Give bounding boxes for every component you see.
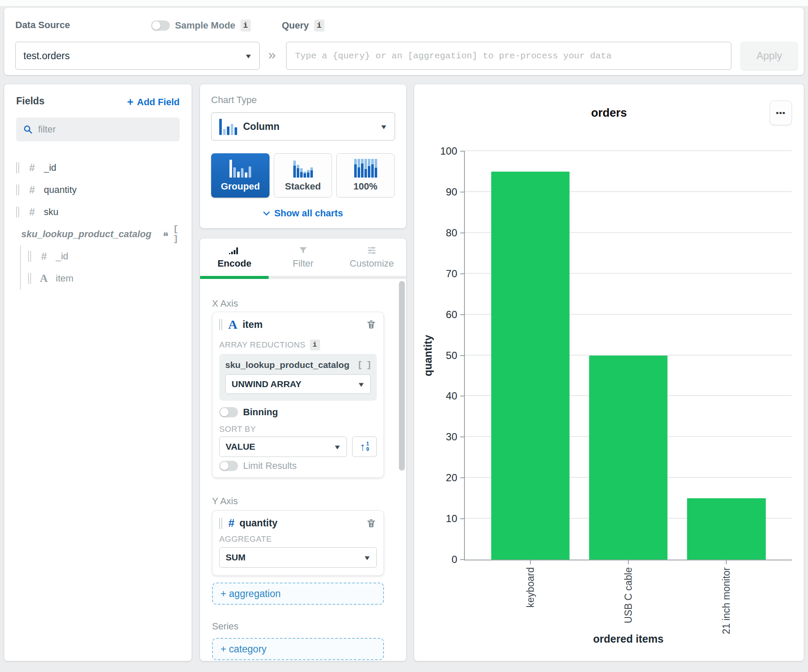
info-icon[interactable]: i xyxy=(241,20,251,32)
tab-label: Customize xyxy=(350,258,394,269)
mode-grouped-button[interactable]: Grouped xyxy=(211,153,269,198)
array-reduction-box: sku_lookup_product_catalog [ ] UNWIND AR… xyxy=(219,354,377,401)
y-tick-mark xyxy=(460,518,465,519)
field-row[interactable]: # quantity xyxy=(16,179,180,201)
chart-menu-button[interactable]: ••• xyxy=(770,101,792,125)
toggle-knob xyxy=(152,21,160,30)
chart-panel: orders ••• quantity ordered items 010203… xyxy=(414,84,804,661)
aggregate-select[interactable]: SUM ▼ xyxy=(219,547,377,568)
x-tick-label: keyboard xyxy=(524,567,536,608)
field-row[interactable]: # _id xyxy=(28,245,180,267)
number-icon: # xyxy=(26,206,38,218)
sort-value-select[interactable]: VALUE ▼ xyxy=(219,437,347,457)
tab-filter[interactable]: Filter xyxy=(269,238,337,276)
sample-mode-toggle[interactable] xyxy=(151,20,170,31)
y-tick-label: 0 xyxy=(452,554,457,566)
y-tick-label: 10 xyxy=(446,513,457,525)
toggle-knob xyxy=(220,408,229,416)
sample-mode-group: Sample Mode i xyxy=(151,20,251,32)
query-label: Query xyxy=(282,20,309,31)
y-tick-label: 20 xyxy=(446,472,457,484)
tab-customize[interactable]: Customize xyxy=(338,238,406,276)
field-filter-input[interactable] xyxy=(38,124,173,135)
query-input[interactable] xyxy=(286,42,731,70)
field-name: sku xyxy=(44,207,58,218)
y-tick-label: 100 xyxy=(440,145,457,157)
mode-stacked-button[interactable]: Stacked xyxy=(274,153,332,198)
array-icon: [ ] xyxy=(357,360,371,370)
stacked-bars-icon xyxy=(293,159,313,178)
data-source-select[interactable]: test.orders ▼ xyxy=(15,42,260,70)
sort-by-row: SORT BY xyxy=(219,425,377,434)
aggregate-row: AGGREGATE xyxy=(219,534,377,544)
field-list: # _id # quantity # sku sku_lookup_produc… xyxy=(16,157,180,290)
x-axis-field-row[interactable]: A item xyxy=(219,318,377,331)
tab-encode[interactable]: Encode xyxy=(200,238,269,276)
array-reductions-label: ARRAY REDUCTIONS xyxy=(219,340,306,350)
show-all-charts-link[interactable]: Show all charts xyxy=(200,208,406,219)
sliders-icon xyxy=(366,245,377,256)
data-source-label: Data Source xyxy=(15,20,70,31)
drag-handle-icon xyxy=(16,207,20,218)
number-icon: # xyxy=(228,517,234,530)
y-tick-label: 60 xyxy=(446,309,457,321)
info-icon[interactable]: i xyxy=(310,339,320,350)
y-tick-label: 40 xyxy=(446,390,457,402)
y-tick-mark xyxy=(460,273,465,274)
field-name: _id xyxy=(56,251,68,262)
x-axis-title: ordered items xyxy=(593,633,663,645)
delete-field-button[interactable] xyxy=(366,319,377,330)
field-row[interactable]: # _id xyxy=(16,157,180,179)
field-row[interactable]: A item xyxy=(28,267,180,290)
chart-bar xyxy=(589,356,668,560)
y-tick-label: 50 xyxy=(446,350,457,362)
sample-mode-label: Sample Mode xyxy=(175,20,235,31)
binning-toggle[interactable] xyxy=(219,407,238,417)
search-icon xyxy=(23,124,33,135)
binning-row: Binning xyxy=(219,407,377,418)
binoculars-icon xyxy=(163,229,169,239)
field-row-lookup[interactable]: sku_lookup_product_catalog [ ] xyxy=(16,223,180,245)
limit-results-label: Limit Results xyxy=(243,460,297,471)
tab-label: Encode xyxy=(218,258,251,269)
sort-direction-button[interactable]: ↑ 1 9 xyxy=(352,437,377,457)
show-all-charts-label: Show all charts xyxy=(274,208,343,219)
query-label-group: Query i xyxy=(282,20,324,32)
array-reductions-row: ARRAY REDUCTIONS i xyxy=(219,339,377,350)
y-tick-label: 80 xyxy=(446,227,457,239)
add-category-button[interactable]: + category xyxy=(212,638,384,660)
y-axis-card: # quantity AGGREGATE SUM ▼ xyxy=(212,510,384,576)
drag-handle-icon xyxy=(28,273,32,284)
chevron-down-icon: ▼ xyxy=(333,443,341,451)
unwind-select[interactable]: UNWIND ARRAY ▼ xyxy=(225,374,371,394)
apply-button[interactable]: Apply xyxy=(741,42,798,70)
chart-bar xyxy=(687,498,765,560)
field-row[interactable]: # sku xyxy=(16,201,180,223)
sort-by-label: SORT BY xyxy=(219,425,256,434)
y-tick-mark xyxy=(460,559,465,560)
mode-100-button[interactable]: 100% xyxy=(336,153,395,198)
plot-area: quantity ordered items 01020304050607080… xyxy=(464,151,792,560)
y-tick-mark xyxy=(460,233,465,233)
gridline xyxy=(465,150,792,151)
y-axis-field-row[interactable]: # quantity xyxy=(219,517,377,530)
chart-type-select[interactable]: Column ▼ xyxy=(211,112,395,141)
delete-field-button[interactable] xyxy=(366,518,377,529)
limit-results-toggle[interactable] xyxy=(219,461,238,471)
y-tick-mark xyxy=(460,192,465,192)
add-field-button[interactable]: + Add Field xyxy=(127,95,180,109)
chevron-down-icon xyxy=(263,211,270,216)
trash-icon xyxy=(366,319,377,330)
percent-bars-icon xyxy=(354,159,377,178)
x-tick-mark xyxy=(530,560,531,564)
field-name: item xyxy=(56,273,74,284)
info-icon[interactable]: i xyxy=(314,20,324,32)
binning-label: Binning xyxy=(243,407,278,418)
tab-label: Filter xyxy=(293,258,314,269)
y-tick-mark xyxy=(460,477,465,478)
scrollbar-thumb[interactable] xyxy=(399,281,405,471)
x-tick-label: USB C cable xyxy=(623,567,634,623)
add-aggregation-button[interactable]: + aggregation xyxy=(212,583,384,605)
tab-underline xyxy=(200,276,406,279)
double-chevron-icon: » xyxy=(268,47,276,63)
